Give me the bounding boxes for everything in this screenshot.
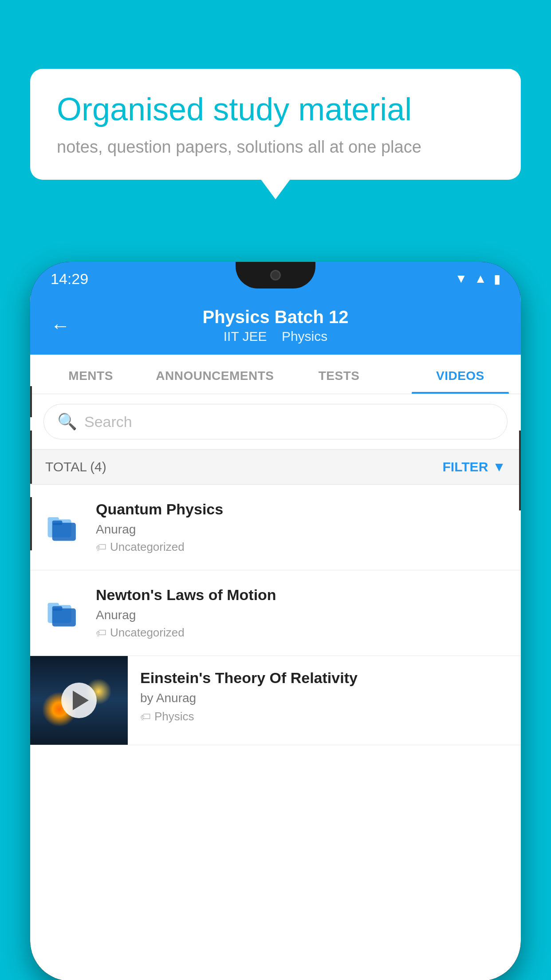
speech-bubble: Organised study material notes, question… bbox=[30, 69, 521, 180]
speech-bubble-section: Organised study material notes, question… bbox=[30, 69, 521, 180]
search-placeholder[interactable]: Search bbox=[84, 413, 132, 431]
signal-icon: ▲ bbox=[474, 272, 487, 286]
play-triangle-icon bbox=[73, 691, 89, 710]
search-box[interactable]: 🔍 Search bbox=[43, 404, 508, 439]
svg-rect-6 bbox=[52, 609, 76, 627]
item-author: by Anurag bbox=[140, 691, 508, 705]
status-time: 14:29 bbox=[51, 270, 88, 288]
filter-funnel-icon: ▼ bbox=[492, 459, 506, 474]
filter-label: FILTER bbox=[443, 459, 488, 474]
app-header: ← Physics Batch 12 IIT JEE Physics bbox=[30, 296, 521, 355]
tag-label: Physics bbox=[154, 710, 194, 723]
filter-button[interactable]: FILTER ▼ bbox=[443, 459, 506, 474]
svg-rect-7 bbox=[52, 606, 63, 611]
header-tag-physics: Physics bbox=[282, 329, 327, 344]
phone-power-btn bbox=[519, 431, 521, 510]
content-area: Quantum Physics Anurag 🏷 Uncategorized bbox=[30, 485, 521, 745]
item-tag: 🏷 Uncategorized bbox=[96, 540, 508, 554]
filter-bar: TOTAL (4) FILTER ▼ bbox=[30, 450, 521, 485]
header-tag-iitjee: IIT JEE bbox=[224, 329, 267, 344]
item-info: Quantum Physics Anurag 🏷 Uncategorized bbox=[96, 501, 508, 554]
tab-tests[interactable]: TESTS bbox=[279, 355, 400, 394]
tabs-bar: MENTS ANNOUNCEMENTS TESTS VIDEOS bbox=[30, 355, 521, 394]
search-icon: 🔍 bbox=[57, 412, 77, 431]
tag-icon: 🏷 bbox=[96, 541, 106, 553]
list-item[interactable]: Newton's Laws of Motion Anurag 🏷 Uncateg… bbox=[30, 570, 521, 656]
search-container: 🔍 Search bbox=[30, 394, 521, 450]
video-thumbnail bbox=[30, 656, 128, 745]
tag-icon: 🏷 bbox=[140, 711, 151, 723]
play-button[interactable] bbox=[61, 683, 97, 718]
total-count: TOTAL (4) bbox=[45, 459, 106, 474]
item-info: Einstein's Theory Of Relativity by Anura… bbox=[128, 656, 521, 745]
item-tag: 🏷 Uncategorized bbox=[96, 626, 508, 640]
phone-volume-up-btn bbox=[30, 431, 32, 484]
item-author: Anurag bbox=[96, 522, 508, 537]
tab-ments[interactable]: MENTS bbox=[30, 355, 151, 394]
tab-announcements[interactable]: ANNOUNCEMENTS bbox=[151, 355, 278, 394]
video-folder-icon bbox=[43, 593, 83, 633]
item-title: Einstein's Theory Of Relativity bbox=[140, 669, 508, 687]
phone-frame: 14:29 ▼ ▲ ▮ ← Physics Batch 12 IIT JEE P… bbox=[30, 262, 521, 980]
list-item[interactable]: Einstein's Theory Of Relativity by Anura… bbox=[30, 656, 521, 745]
tag-label: Uncategorized bbox=[110, 540, 185, 554]
wifi-icon: ▼ bbox=[455, 272, 468, 286]
bubble-subtitle: notes, question papers, solutions all at… bbox=[57, 138, 494, 157]
status-bar: 14:29 ▼ ▲ ▮ bbox=[30, 262, 521, 296]
svg-rect-2 bbox=[52, 523, 76, 541]
header-title-block: Physics Batch 12 IIT JEE Physics bbox=[83, 307, 468, 344]
svg-rect-3 bbox=[52, 521, 63, 525]
notch bbox=[236, 262, 315, 288]
bubble-title: Organised study material bbox=[57, 92, 494, 127]
item-tag: 🏷 Physics bbox=[140, 710, 508, 723]
tag-icon: 🏷 bbox=[96, 627, 106, 639]
header-subtitle: IIT JEE Physics bbox=[83, 329, 468, 344]
battery-icon: ▮ bbox=[494, 272, 500, 286]
item-title: Quantum Physics bbox=[96, 501, 508, 518]
video-folder-icon bbox=[43, 507, 83, 547]
item-info: Newton's Laws of Motion Anurag 🏷 Uncateg… bbox=[96, 586, 508, 640]
item-author: Anurag bbox=[96, 608, 508, 622]
list-item[interactable]: Quantum Physics Anurag 🏷 Uncategorized bbox=[30, 485, 521, 570]
tag-label: Uncategorized bbox=[110, 626, 185, 640]
phone-volume-down-btn bbox=[30, 497, 32, 550]
front-camera bbox=[270, 270, 281, 281]
back-button[interactable]: ← bbox=[51, 315, 70, 337]
tab-videos[interactable]: VIDEOS bbox=[400, 355, 521, 394]
item-title: Newton's Laws of Motion bbox=[96, 586, 508, 604]
header-title: Physics Batch 12 bbox=[83, 307, 468, 327]
phone-screen: ← Physics Batch 12 IIT JEE Physics MENTS… bbox=[30, 296, 521, 980]
status-icons: ▼ ▲ ▮ bbox=[455, 272, 500, 286]
